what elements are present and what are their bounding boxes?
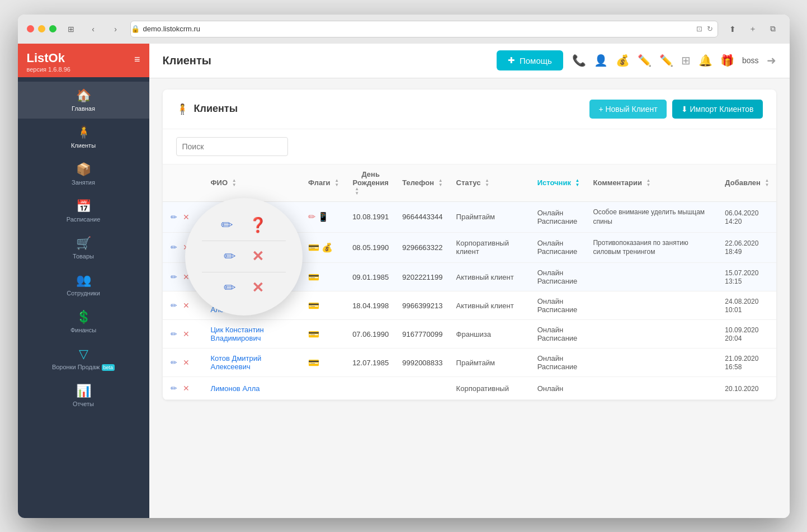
- source-cell: ОнлайнРасписание: [531, 202, 587, 233]
- sort-status-icon: ▲▼: [485, 178, 489, 187]
- client-name-cell[interactable]: Сергей ...ч: [204, 202, 301, 233]
- new-tab-btn[interactable]: ＋: [745, 21, 761, 37]
- sidebar-item-home[interactable]: 🏠 Главная: [18, 82, 149, 119]
- row-actions-cell: ✏ ✕: [163, 263, 204, 291]
- search-input[interactable]: [176, 137, 288, 156]
- edit-client-btn[interactable]: ✏: [169, 300, 178, 311]
- home-icon: 🏠: [76, 88, 91, 103]
- client-name-cell[interactable]: ...а ...вна: [204, 263, 301, 291]
- client-name-cell[interactable]: Цик Константин Владимирович: [204, 320, 301, 349]
- refresh-icon[interactable]: ↻: [707, 25, 713, 33]
- client-name-cell[interactable]: Лимонов Алла: [204, 377, 301, 400]
- birthday-cell: 12.07.1985: [346, 349, 395, 377]
- sidebar-item-finance[interactable]: 💲 Финансы: [18, 303, 149, 340]
- client-name: ...а ...вна: [211, 273, 241, 281]
- sidebar-item-reports[interactable]: 📊 Отчеты: [18, 377, 149, 414]
- comment-cell: [586, 263, 718, 291]
- table-body: ✏ ✕ Сергей ...ч ✏: [163, 202, 776, 400]
- added-cell: 20.10.2020: [718, 377, 776, 400]
- edit-client-btn[interactable]: ✏: [169, 211, 178, 223]
- col-comments[interactable]: Комментарии ▲▼: [586, 164, 718, 202]
- client-name-cell[interactable]: Кутим Алиса Александровна: [204, 291, 301, 320]
- row-actions-cell: ✏ ✕: [163, 202, 204, 233]
- sidebar-toggle-btn[interactable]: ⊞: [63, 21, 79, 37]
- edit-client-btn[interactable]: ✏: [169, 357, 178, 368]
- logout-icon[interactable]: ➜: [767, 54, 776, 67]
- back-btn[interactable]: ‹: [86, 21, 101, 37]
- delete-client-btn[interactable]: ✕: [182, 211, 191, 223]
- delete-client-btn[interactable]: ✕: [182, 271, 191, 283]
- sidebar-item-funnels[interactable]: ▽ Воронки Продаж beta: [18, 340, 149, 377]
- person-icon[interactable]: 👤: [594, 54, 608, 67]
- status-cell: Активный клиент: [450, 263, 531, 291]
- edit-client-btn[interactable]: ✏: [169, 242, 178, 253]
- row-actions-cell: ✏ ✕: [163, 377, 204, 400]
- phone-icon[interactable]: 📞: [572, 54, 586, 67]
- col-added[interactable]: Добавлен ▲▼: [718, 164, 776, 202]
- delete-client-btn[interactable]: ✕: [182, 357, 191, 368]
- flags-cell: [301, 377, 346, 400]
- reports-icon: 📊: [76, 384, 91, 398]
- flag-card-icon: 💳: [308, 242, 319, 253]
- hamburger-icon[interactable]: ≡: [134, 54, 140, 65]
- address-bar[interactable]: 🔒 demo.listokcrm.ru ⊡ ↻: [130, 21, 718, 37]
- sidebar-item-staff[interactable]: 👥 Сотрудники: [18, 266, 149, 303]
- share-btn[interactable]: ⬆: [725, 21, 740, 37]
- sidebar-item-goods[interactable]: 🛒 Товары: [18, 229, 149, 266]
- minimize-btn[interactable]: [38, 25, 45, 32]
- source-cell: ОнлайнРасписание: [531, 232, 587, 263]
- edit-client-btn[interactable]: ✏: [169, 328, 178, 340]
- flag-card-green-icon: 💳: [308, 357, 319, 368]
- flags-cell: 💳: [301, 349, 346, 377]
- clients-icon: 🧍: [76, 125, 91, 140]
- added-cell: 10.09.202020:04: [718, 320, 776, 349]
- table-row: ✏ ✕ Котов Дмитрий Алексеевич 💳: [163, 349, 776, 377]
- table-row: ✏ ✕ Кутим Алиса Александровна 💳: [163, 291, 776, 320]
- added-cell: 21.09.202016:58: [718, 349, 776, 377]
- task-icon[interactable]: ✏️: [659, 54, 673, 67]
- sidebar-item-clients[interactable]: 🧍 Клиенты: [18, 119, 149, 156]
- close-btn[interactable]: [27, 25, 34, 32]
- edit-icon[interactable]: ✏️: [638, 54, 652, 67]
- col-flags[interactable]: Флаги ▲▼: [301, 164, 346, 202]
- table-row: ✏ ✕ Сергей ...ч ✏: [163, 202, 776, 233]
- import-client-button[interactable]: ⬇ Импорт Клиентов: [672, 100, 763, 119]
- nav-label-funnels: Воронки Продаж beta: [52, 364, 115, 370]
- delete-client-btn[interactable]: ✕: [182, 300, 191, 311]
- delete-client-btn[interactable]: ✕: [182, 328, 191, 340]
- delete-client-btn[interactable]: ✕: [182, 242, 191, 253]
- comment-cell: [586, 377, 718, 400]
- clients-person-icon: 🧍: [176, 103, 188, 115]
- sidebar-item-classes[interactable]: 📦 Занятия: [18, 156, 149, 192]
- payment-icon[interactable]: 💰: [616, 54, 630, 67]
- col-source[interactable]: Источник ▲▼: [531, 164, 587, 202]
- client-name-cell[interactable]: Котов Дмитрий Алексеевич: [204, 349, 301, 377]
- grid-icon[interactable]: ⊞: [681, 54, 691, 67]
- client-name: Кутим Алиса Александровна: [211, 297, 263, 314]
- bell-icon[interactable]: 🔔: [699, 54, 712, 67]
- sort-phone-icon: ▲▼: [438, 178, 443, 187]
- col-fio[interactable]: ФИО ▲▼: [204, 164, 301, 202]
- search-bar: [163, 129, 776, 164]
- gift-icon[interactable]: 🎁: [720, 54, 734, 67]
- browser-actions: ⬆ ＋ ⧉: [725, 21, 781, 37]
- clients-title-text: Клиенты: [194, 103, 238, 115]
- new-client-button[interactable]: + Новый Клиент: [589, 100, 666, 119]
- delete-client-btn[interactable]: ✕: [182, 383, 191, 394]
- client-name-cell[interactable]: ...: [204, 232, 301, 263]
- fullscreen-btn[interactable]: [49, 25, 56, 32]
- sidebar-item-schedule[interactable]: 📅 Расписание: [18, 192, 149, 229]
- edit-client-btn[interactable]: ✏: [169, 271, 178, 283]
- col-status[interactable]: Статус ▲▼: [450, 164, 531, 202]
- table-row: ✏ ✕ Цик Константин Владимирович 💳: [163, 320, 776, 349]
- table-wrapper: ФИО ▲▼ Флаги ▲▼ ДеньРождения ▲▼: [163, 164, 776, 401]
- page-title: Клиенты: [163, 54, 488, 67]
- tabs-btn[interactable]: ⧉: [765, 21, 781, 37]
- col-birthday[interactable]: ДеньРождения ▲▼: [346, 164, 395, 202]
- edit-client-btn[interactable]: ✏: [169, 383, 178, 394]
- forward-btn[interactable]: ›: [108, 21, 124, 37]
- help-button[interactable]: ✚ Помощь: [497, 50, 563, 70]
- col-phone[interactable]: Телефон ▲▼: [395, 164, 449, 202]
- status-cell: Франшиза: [450, 320, 531, 349]
- sort-fio-icon: ▲▼: [232, 178, 237, 187]
